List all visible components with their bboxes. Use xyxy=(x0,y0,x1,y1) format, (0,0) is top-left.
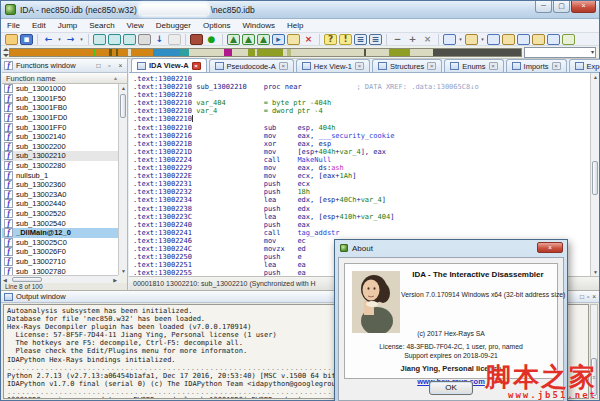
close-button[interactable]: × xyxy=(571,1,596,13)
function-row[interactable]: fsub_13002540 xyxy=(2,218,118,228)
output-float-icon[interactable]: ▫ xyxy=(587,293,589,300)
collapse-icon[interactable]: − xyxy=(391,34,404,45)
run-until-return-icon[interactable]: ▲ xyxy=(257,34,270,45)
about-title-bar[interactable]: About xyxy=(335,240,567,256)
attach-debugger-icon[interactable]: ▸ xyxy=(272,34,285,45)
functions-vertical-scrollbar[interactable]: ▲ ▼ xyxy=(118,84,127,275)
output-maximize-icon[interactable]: □ xyxy=(580,293,584,300)
menu-options[interactable]: Options xyxy=(197,19,237,32)
title-bar[interactable]: IDA - nec850.idb (nec850.w32) \nec850.id… xyxy=(1,1,599,19)
jump-segment-icon[interactable] xyxy=(93,34,106,45)
functions-maximize-icon[interactable]: □ xyxy=(94,62,103,69)
function-row[interactable]: fsub_13001FD0 xyxy=(2,113,118,123)
window-6-icon[interactable] xyxy=(562,34,575,45)
expand-icon[interactable]: + xyxy=(406,34,419,45)
function-row[interactable]: fsub_13002780 xyxy=(2,266,118,275)
undo-disabled-icon[interactable] xyxy=(168,34,181,45)
function-row[interactable]: fsub_13002200 xyxy=(2,142,118,152)
functions-horizontal-scrollbar[interactable]: ◀ ▶ xyxy=(2,275,118,283)
desktop-menu[interactable]: ▾ xyxy=(457,34,464,45)
function-row[interactable]: fsub_13002360 xyxy=(2,180,118,190)
navigation-band[interactable] xyxy=(9,48,522,57)
tab-hex-view-1[interactable]: Hex View-1× xyxy=(296,59,370,72)
functions-float-icon[interactable]: ▫ xyxy=(105,62,114,69)
menu-jump[interactable]: Jump xyxy=(52,19,84,32)
tab-ida-view-a[interactable]: IDA View-A× xyxy=(131,58,207,72)
save-icon[interactable]: ▪ xyxy=(20,34,33,45)
tab-pseudocode-a[interactable]: Pseudocode-A× xyxy=(209,59,294,72)
scrollbar-thumb[interactable]: ≡ xyxy=(591,358,597,396)
snapshot-icon[interactable] xyxy=(190,34,203,45)
menu-edit[interactable]: Edit xyxy=(26,19,52,32)
tab-close-icon[interactable]: × xyxy=(489,62,498,70)
window-5-icon[interactable] xyxy=(547,34,560,45)
tab-enums[interactable]: Enums× xyxy=(444,59,503,72)
menu-file[interactable]: File xyxy=(1,19,26,32)
navigator-combo[interactable] xyxy=(524,47,596,58)
window-1-icon[interactable] xyxy=(487,34,500,45)
window-3-icon[interactable] xyxy=(517,34,530,45)
nav-forward-menu[interactable]: ▾ xyxy=(78,34,85,45)
step-into-icon[interactable]: ▲ xyxy=(227,34,240,45)
function-name-column-header[interactable]: Function name xyxy=(2,73,127,84)
tab-structures[interactable]: Structures× xyxy=(372,59,442,72)
jump-xref-icon[interactable] xyxy=(123,34,136,45)
cancel-icon[interactable]: × xyxy=(302,34,315,45)
about-close-button[interactable]: × xyxy=(537,242,563,253)
tab-close-icon[interactable]: × xyxy=(355,62,364,70)
menu-debugger[interactable]: Debugger xyxy=(150,19,197,32)
menu-search[interactable]: Search xyxy=(83,19,120,32)
function-row[interactable]: fsub_130026F0 xyxy=(2,247,118,257)
printer-icon[interactable] xyxy=(138,34,151,45)
windows-list-icon[interactable] xyxy=(465,34,478,45)
disassembly-vertical-scrollbar[interactable]: ▲ ▼ xyxy=(590,73,599,276)
function-row[interactable]: fsub_13001FB0 xyxy=(2,103,118,113)
tab-close-icon[interactable]: × xyxy=(279,62,288,70)
jump-down-icon[interactable]: ↓ xyxy=(153,34,166,45)
watch-list-icon[interactable]: ! xyxy=(339,34,352,45)
patch-program-icon[interactable] xyxy=(287,34,300,45)
menu-help[interactable]: Help xyxy=(281,19,309,32)
function-row[interactable]: fsub_13002520 xyxy=(2,209,118,219)
function-row[interactable]: fsub_13001F50 xyxy=(2,94,118,104)
tab-close-icon[interactable]: × xyxy=(552,62,561,70)
function-row[interactable]: fsub_13002140 xyxy=(2,132,118,142)
tab-close-icon[interactable]: × xyxy=(192,62,201,70)
nav-forward-icon[interactable]: → xyxy=(64,34,77,45)
jump-name-icon[interactable] xyxy=(108,34,121,45)
function-row[interactable]: fsub_13001000 xyxy=(2,84,118,94)
close-view-icon[interactable]: × xyxy=(421,34,434,45)
functions-close-icon[interactable]: × xyxy=(116,62,125,69)
function-row[interactable]: fnullsub_1 xyxy=(2,170,118,180)
output-vertical-scrollbar[interactable]: ≡ xyxy=(590,304,598,399)
function-row[interactable]: fsub_13001FF0 xyxy=(2,122,118,132)
scrollbar-thumb[interactable] xyxy=(592,161,598,195)
function-row[interactable]: fsub_13002710 xyxy=(2,257,118,267)
minimize-button[interactable]: ─ xyxy=(535,1,552,13)
functions-list[interactable]: fsub_13001000fsub_13001F50fsub_13001FB0f… xyxy=(2,84,118,275)
breakpoint-list-icon[interactable]: ? xyxy=(324,34,337,45)
scrollbar-thumb[interactable] xyxy=(120,94,126,118)
tab-close-icon[interactable]: × xyxy=(427,62,436,70)
function-row[interactable]: fsub_130023A0 xyxy=(2,190,118,200)
output-close-icon[interactable]: × xyxy=(592,293,596,300)
start-process-icon[interactable]: ● xyxy=(205,34,218,45)
function-row[interactable]: fsub_13002440 xyxy=(2,199,118,209)
windows-menu[interactable]: ▾ xyxy=(479,34,486,45)
functions-title-bar[interactable]: f Functions window □ ▫ × xyxy=(2,59,127,73)
tab-imports[interactable]: Imports× xyxy=(506,59,567,72)
tab-exports[interactable]: Exports× xyxy=(569,59,600,72)
maximize-button[interactable]: ▢ xyxy=(553,1,570,13)
function-row[interactable]: fsub_13002280 xyxy=(2,161,118,171)
window-2-icon[interactable] xyxy=(502,34,515,45)
function-row[interactable]: fsub_130025C0 xyxy=(2,238,118,248)
stack-window-icon[interactable]: ≡ xyxy=(369,34,382,45)
menu-view[interactable]: View xyxy=(121,19,150,32)
nav-back-icon[interactable]: ← xyxy=(42,34,55,45)
nav-back-menu[interactable]: ▾ xyxy=(56,34,63,45)
desktop-icon[interactable] xyxy=(443,34,456,45)
ok-button[interactable]: OK xyxy=(429,381,473,395)
menu-windows[interactable]: Windows xyxy=(237,19,281,32)
scrollbar-thumb[interactable] xyxy=(12,277,42,282)
trace-window-icon[interactable]: ≡ xyxy=(354,34,367,45)
